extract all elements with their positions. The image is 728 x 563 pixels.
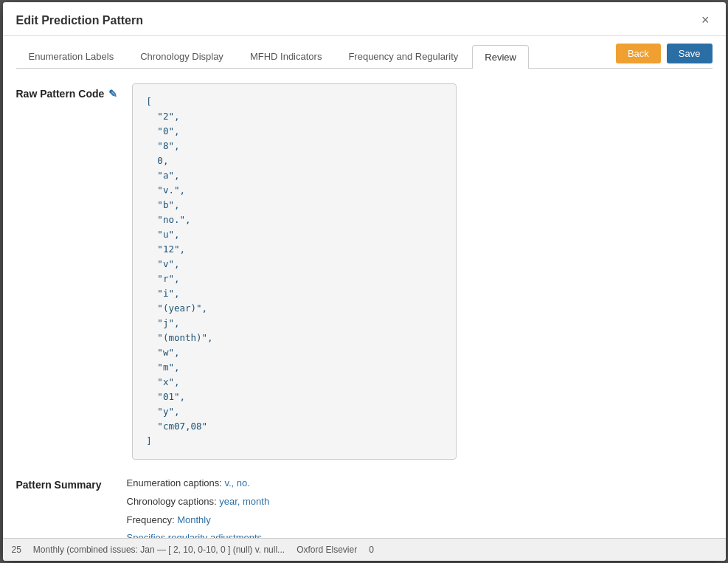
edit-icon[interactable]: ✎: [108, 88, 117, 100]
modal: Edit Prediction Pattern × Enumeration La…: [3, 2, 726, 561]
pattern-summary-section: Pattern Summary Enumeration captions: v.…: [16, 474, 713, 548]
back-button[interactable]: Back: [616, 44, 661, 63]
modal-overlay: Edit Prediction Pattern × Enumeration La…: [0, 0, 728, 563]
pattern-summary-label: Pattern Summary: [16, 474, 112, 491]
pattern-summary-content: Enumeration captions: v., no. Chronology…: [127, 474, 270, 548]
enumeration-line: Enumeration captions: v., no.: [127, 474, 270, 493]
tabs-row: Enumeration Labels Chronology Display MF…: [16, 36, 713, 69]
save-button[interactable]: Save: [667, 44, 713, 63]
modal-body: Enumeration Labels Chronology Display MF…: [3, 36, 726, 561]
tab-review[interactable]: Review: [472, 45, 529, 69]
tab-mfhd-indicators[interactable]: MFHD Indicators: [238, 44, 335, 68]
tab-frequency-regularity[interactable]: Frequency and Regularity: [336, 44, 471, 68]
bottom-item-2: Monthly (combined issues: Jan — [ 2, 10,…: [33, 545, 285, 555]
frequency-line: Frequency: Monthly: [127, 511, 270, 530]
tab-enumeration-labels[interactable]: Enumeration Labels: [16, 44, 127, 68]
bottom-item-4: 0: [369, 545, 374, 555]
tab-actions: Back Save: [616, 44, 713, 68]
bottom-item-3: Oxford Elsevier: [297, 545, 357, 555]
chronology-line: Chronology captions: year, month: [127, 493, 270, 511]
modal-title: Edit Prediction Pattern: [16, 14, 143, 27]
close-button[interactable]: ×: [698, 13, 713, 28]
raw-pattern-section: Raw Pattern Code ✎ [ "2", "0", "8", 0, "…: [16, 83, 713, 460]
bottom-bar: 25 Monthly (combined issues: Jan — [ 2, …: [3, 538, 726, 561]
modal-header: Edit Prediction Pattern ×: [3, 2, 726, 36]
bottom-item-1: 25: [12, 545, 21, 555]
raw-pattern-code: [ "2", "0", "8", 0, "a", "v.", "b", "no.…: [132, 83, 457, 460]
content-area: Raw Pattern Code ✎ [ "2", "0", "8", 0, "…: [16, 83, 713, 548]
raw-pattern-label: Raw Pattern Code ✎: [16, 83, 118, 100]
tab-chronology-display[interactable]: Chronology Display: [128, 44, 236, 68]
